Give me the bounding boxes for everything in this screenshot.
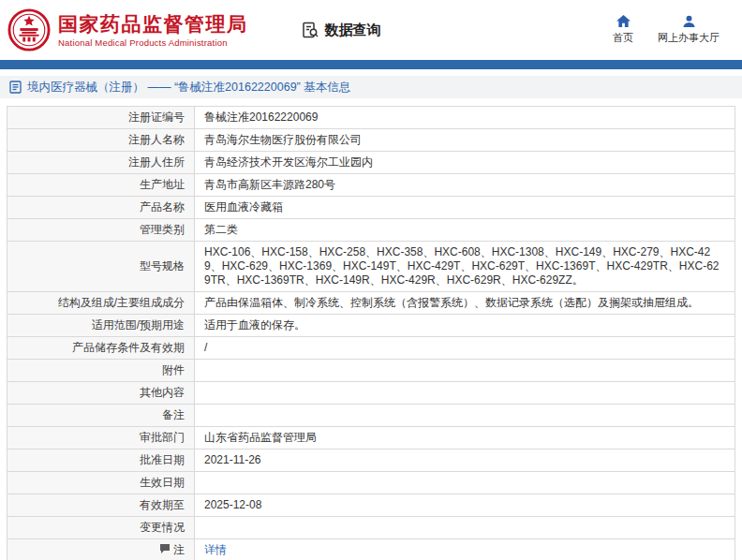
- document-icon: [9, 81, 22, 94]
- table-row: 生效日期: [7, 472, 735, 494]
- row-value: [195, 360, 735, 382]
- table-row: 有效期至 2025-12-08: [7, 494, 735, 517]
- table-row: 管理类别 第二类: [7, 219, 735, 242]
- home-nav-label: 首页: [613, 31, 633, 45]
- online-hall-label: 网上办事大厅: [658, 31, 720, 45]
- row-label: 注册证编号: [7, 107, 195, 129]
- row-value: 鲁械注准20162220069: [195, 107, 735, 129]
- table-row: 变更情况: [7, 517, 735, 539]
- row-value: 2021-11-26: [195, 449, 735, 472]
- note-icon: [159, 543, 171, 554]
- row-label: 适用范围/预期用途: [7, 315, 195, 337]
- table-row: 产品储存条件及有效期 /: [7, 337, 735, 360]
- row-value: 青岛海尔生物医疗股份有限公司: [195, 129, 735, 152]
- row-value: /: [195, 337, 735, 360]
- row-value: 医用血液冷藏箱: [195, 197, 735, 219]
- table-row: 注 详情: [7, 539, 735, 560]
- blue-divider-bar: [0, 60, 742, 69]
- detail-link[interactable]: 详情: [204, 543, 227, 556]
- table-row: 备注: [7, 405, 735, 427]
- top-right-nav: 首页 网上办事大厅: [613, 15, 720, 45]
- row-value: HXC-106、HXC-158、HXC-258、HXC-358、HXC-608、…: [195, 242, 735, 292]
- row-label: 产品名称: [7, 197, 195, 219]
- table-row: 附件: [7, 360, 735, 382]
- row-value: 适用于血液的保存。: [195, 315, 735, 337]
- row-label: 型号规格: [7, 242, 195, 292]
- table-row: 注册人住所 青岛经济技术开发区海尔工业园内: [7, 152, 735, 174]
- row-label: 注册人住所: [7, 152, 195, 174]
- national-emblem-icon: [7, 8, 51, 52]
- row-label: 备注: [7, 405, 195, 427]
- table-row: 结构及组成/主要组成成分 产品由保温箱体、制冷系统、控制系统（含报警系统）、数据…: [7, 292, 735, 315]
- data-query-nav[interactable]: 数据查询: [301, 21, 381, 39]
- table-row: 注册证编号 鲁械注准20162220069: [7, 107, 735, 129]
- table-row: 其他内容: [7, 382, 735, 405]
- table-row: 生产地址 青岛市高新区丰源路280号: [7, 174, 735, 197]
- row-label: 注: [173, 543, 185, 556]
- row-label: 注册人名称: [7, 129, 195, 152]
- brand-text: 国家药品监督管理局 National Medical Products Admi…: [58, 13, 248, 48]
- row-value: 2025-12-08: [195, 494, 735, 517]
- table-row: 审批部门 山东省药品监督管理局: [7, 427, 735, 449]
- row-label: 其他内容: [7, 382, 195, 405]
- row-label: 产品储存条件及有效期: [7, 337, 195, 360]
- row-label: 管理类别: [7, 219, 195, 242]
- table-row: 批准日期 2021-11-26: [7, 449, 735, 472]
- table-row: 适用范围/预期用途 适用于血液的保存。: [7, 315, 735, 337]
- document-search-icon: [301, 21, 319, 39]
- row-label: 附件: [7, 360, 195, 382]
- table-row: 产品名称 医用血液冷藏箱: [7, 197, 735, 219]
- row-value: [195, 405, 735, 427]
- row-label: 审批部门: [7, 427, 195, 449]
- row-value: [195, 382, 735, 405]
- org-name-en: National Medical Products Administration: [58, 37, 248, 48]
- registration-info-table-wrap: 注册证编号 鲁械注准20162220069 注册人名称 青岛海尔生物医疗股份有限…: [7, 106, 735, 560]
- online-hall-nav[interactable]: 网上办事大厅: [658, 15, 720, 45]
- row-value: 青岛市高新区丰源路280号: [195, 174, 735, 197]
- row-label: 生产地址: [7, 174, 195, 197]
- table-row: 型号规格 HXC-106、HXC-158、HXC-258、HXC-358、HXC…: [7, 242, 735, 292]
- row-label: 生效日期: [7, 472, 195, 494]
- row-label: 变更情况: [7, 517, 195, 539]
- data-query-label: 数据查询: [325, 22, 381, 39]
- registration-info-table: 注册证编号 鲁械注准20162220069 注册人名称 青岛海尔生物医疗股份有限…: [7, 106, 735, 560]
- row-label: 结构及组成/主要组成成分: [7, 292, 195, 315]
- row-label: 批准日期: [7, 449, 195, 472]
- breadcrumb: 境内医疗器械（注册） —— “鲁械注准20162220069” 基本信息: [0, 76, 742, 98]
- note-row-label: 注: [7, 539, 195, 560]
- brand-link[interactable]: 国家药品监督管理局 National Medical Products Admi…: [7, 8, 248, 52]
- row-value: 产品由保温箱体、制冷系统、控制系统（含报警系统）、数据记录系统（选配）及搁架或抽…: [195, 292, 735, 315]
- row-value: 第二类: [195, 219, 735, 242]
- org-name-cn: 国家药品监督管理局: [58, 13, 248, 36]
- row-label: 有效期至: [7, 494, 195, 517]
- row-value: 青岛经济技术开发区海尔工业园内: [195, 152, 735, 174]
- top-header: 国家药品监督管理局 National Medical Products Admi…: [0, 0, 742, 60]
- home-nav[interactable]: 首页: [613, 15, 633, 45]
- breadcrumb-text: 境内医疗器械（注册） —— “鲁械注准20162220069” 基本信息: [27, 80, 350, 96]
- row-value: [195, 517, 735, 539]
- row-value: 山东省药品监督管理局: [195, 427, 735, 449]
- person-icon: [682, 15, 696, 28]
- home-icon: [616, 15, 631, 28]
- row-value: [195, 472, 735, 494]
- row-value: 详情: [195, 539, 735, 560]
- table-row: 注册人名称 青岛海尔生物医疗股份有限公司: [7, 129, 735, 152]
